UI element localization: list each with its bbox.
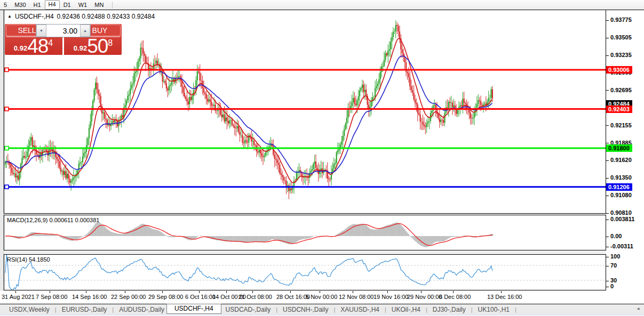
time-axis-tick [320, 291, 320, 293]
sell-price-display[interactable]: 0.92 48 4 [5, 37, 62, 55]
tick-value: 0.92695 [610, 87, 632, 93]
tick-dash [606, 55, 609, 56]
timeframe-toolbar: 5M30H1H4D1W1MN [0, 0, 644, 10]
timeframe-button-m30[interactable]: M30 [11, 1, 29, 9]
time-axis-label: 21 Oct 08:00 [238, 294, 272, 300]
tab-xauusd-h4[interactable]: XAUUSD-,H4 [338, 306, 381, 313]
rsi-axis-tick: 0 [606, 282, 614, 290]
chart-window-left-frame [0, 10, 4, 304]
macd-histogram [5, 222, 492, 247]
tick-dash [606, 247, 609, 247]
tab-uk100-h1[interactable]: UK100-,H1 [476, 306, 512, 313]
one-click-trading-panel: SELL BUY ▼ ▲ 0.92 48 4 0.92 50 8 [5, 24, 122, 55]
tick-dash [606, 237, 609, 237]
tick-value: -0.00311 [610, 243, 633, 249]
line-anchor-marker[interactable] [5, 185, 9, 189]
tab-usdcad-daily[interactable]: USDCAD-,Daily [224, 306, 273, 313]
tab-dj30-daily[interactable]: DJ30-,Daily [431, 306, 468, 313]
tick-value: 0.92155 [610, 122, 632, 128]
time-axis-label: 22 Sep 00:00 [111, 294, 146, 300]
timeframe-button-d1[interactable]: D1 [60, 1, 75, 9]
price-axis[interactable]: 0.937750.935050.932350.929650.926950.921… [606, 10, 644, 304]
line-anchor-marker[interactable] [5, 147, 9, 150]
tick-value: 0.93775 [610, 17, 632, 23]
price-line-label-0.91206: 0.91206 [606, 183, 632, 191]
price-line-label-0.92403: 0.92403 [606, 106, 632, 113]
tab-separator: | [471, 306, 473, 313]
volume-spinner: ▼ ▲ [36, 24, 91, 37]
rsi-indicator-panel[interactable]: RSI(14) 54.1850 [4, 254, 606, 290]
tab-separator: | [385, 306, 386, 313]
volume-decrease-button[interactable]: ▼ [36, 25, 46, 37]
tick-dash [606, 125, 609, 126]
one-click-collapse-icon[interactable]: ▲ [7, 14, 12, 19]
buy-price-display[interactable]: 0.92 50 8 [65, 37, 122, 55]
timeframe-button-mn[interactable]: MN [91, 1, 107, 9]
tick-dash [606, 38, 609, 38]
time-axis-label: 14 Sep 16:00 [72, 294, 107, 300]
timeframe-button-h4[interactable]: H4 [45, 0, 60, 10]
price-line-label-0.93006: 0.93006 [606, 66, 632, 74]
time-axis-tick [421, 291, 422, 293]
time-axis-label: 12 Nov 08:00 [339, 294, 373, 300]
toolbar-separator [112, 2, 113, 9]
line-anchor-marker[interactable] [5, 68, 9, 71]
tab-usdchf-h4[interactable]: USDCHF-,H4 [166, 304, 221, 314]
tick-dash [606, 287, 609, 287]
tab-eurusd-daily[interactable]: EURUSD-,Daily [60, 306, 109, 313]
tick-dash [606, 143, 609, 143]
time-axis-label: 28 Oct 16:00 [276, 294, 310, 300]
chart-title: ▲ USDCHF-,H4 0.92436 0.92488 0.92433 0.9… [7, 13, 155, 20]
tab-usdcnh-daily[interactable]: USDCNH-,Daily [281, 306, 330, 313]
timeframe-button-w1[interactable]: W1 [75, 1, 91, 9]
price-axis-tick: 0.91620 [606, 156, 632, 164]
time-axis-tick [453, 291, 454, 293]
tab-separator: | [333, 306, 335, 313]
tick-value: 70 [610, 262, 617, 269]
time-axis-tick [199, 291, 200, 293]
timeframe-button-5[interactable]: 5 [0, 1, 11, 9]
time-axis[interactable]: 31 Aug 20217 Sep 08:0014 Sep 16:0022 Sep… [0, 291, 644, 304]
tab-separator: | [276, 306, 277, 313]
time-axis-tick [226, 291, 227, 293]
price-axis-tick: 0.91080 [606, 191, 632, 199]
volume-increase-button[interactable]: ▲ [80, 25, 90, 37]
tab-ukoil-h4[interactable]: UKOil-,H4 [389, 306, 423, 313]
time-axis-label: 7 Sep 08:00 [36, 294, 67, 300]
time-axis-tick [353, 291, 353, 293]
time-axis-label: 29 Sep 08:00 [148, 294, 183, 300]
macd-axis-tick: 0.003811 [606, 215, 634, 223]
chart-tab-bar: ◄ ► USDX,Weekly|EURUSD-,Daily|AUDUSD-,Da… [0, 304, 644, 314]
slow-ma-line [5, 56, 492, 174]
macd-label: MACD(12,26,9) 0.000611 0.000381 [7, 217, 99, 223]
chart-ohlc-values: 0.92436 0.92488 0.92433 0.92484 [57, 13, 155, 20]
main-chart-panel[interactable]: ▲ USDCHF-,H4 0.92436 0.92488 0.92433 0.9… [4, 10, 606, 214]
time-axis-label: 29 Nov 00:00 [407, 294, 442, 300]
buy-price-pipette: 8 [108, 37, 113, 48]
tick-value: 0.00 [610, 233, 622, 239]
time-axis-tick [387, 291, 388, 293]
volume-input[interactable] [46, 25, 80, 37]
rsi-label: RSI(14) 54.1850 [7, 256, 50, 263]
time-axis-tick [162, 291, 163, 293]
tick-value: 0.91620 [610, 157, 632, 163]
time-axis-label: 31 Aug 2021 [2, 294, 35, 300]
time-axis-tick [501, 291, 502, 293]
time-axis-label: 19 Nov 16:00 [373, 294, 408, 300]
tab-separator: | [55, 306, 57, 313]
tab-separator: | [515, 306, 516, 313]
rsi-axis-tick: 100 [606, 253, 620, 260]
buy-price-prefix: 0.92 [74, 44, 87, 55]
tick-value: 0.91350 [610, 174, 632, 181]
rsi-axis-tick: 70 [606, 262, 617, 269]
tick-dash [606, 178, 609, 179]
tab-audusd-daily[interactable]: AUDUSD-,Daily [117, 306, 166, 313]
tick-value: 0.93505 [610, 34, 632, 40]
price-axis-tick: 0.92695 [606, 86, 632, 94]
tab-scroll-left-icon[interactable]: ◄ [636, 306, 640, 311]
timeframe-button-h1[interactable]: H1 [30, 1, 45, 9]
tab-usdx-weekly[interactable]: USDX,Weekly [7, 306, 52, 313]
line-anchor-marker[interactable] [5, 107, 9, 111]
rsi-canvas[interactable] [4, 255, 606, 290]
macd-indicator-panel[interactable]: MACD(12,26,9) 0.000611 0.000381 [4, 215, 606, 250]
